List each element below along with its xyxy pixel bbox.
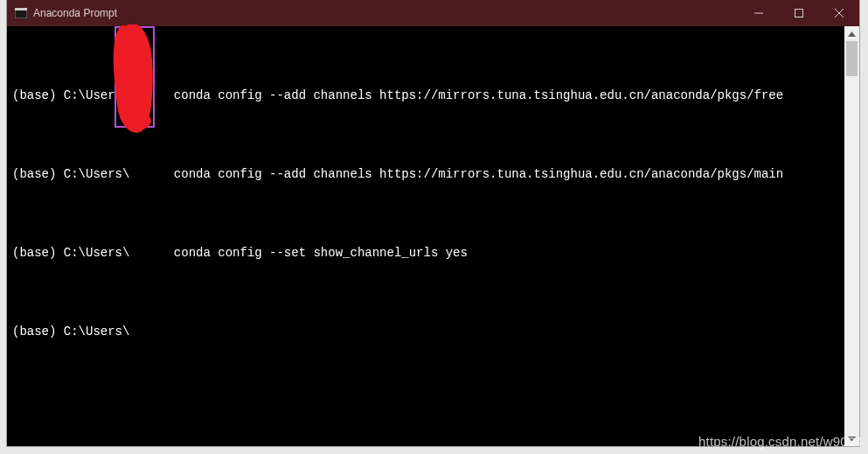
window-title: Anaconda Prompt — [33, 7, 117, 19]
close-button[interactable] — [819, 0, 859, 26]
prompt: (base) C:\Users\ — [12, 246, 129, 260]
scroll-up-button[interactable] — [844, 26, 859, 41]
terminal-line: (base) C:\Users\ conda config --add chan… — [12, 161, 839, 187]
scroll-thumb[interactable] — [846, 41, 858, 76]
scroll-down-button[interactable] — [844, 431, 859, 446]
vertical-scrollbar[interactable] — [844, 26, 859, 446]
command: conda config --set show_channel_urls yes — [174, 246, 468, 260]
terminal-output[interactable]: (base) C:\Users\ conda config --add chan… — [7, 26, 844, 446]
svg-rect-2 — [795, 10, 803, 17]
terminal-window: Anaconda Prompt (base) C:\Users\ conda c… — [7, 0, 859, 446]
titlebar[interactable]: Anaconda Prompt — [7, 0, 859, 26]
terminal-line: (base) C:\Users\ conda config --set show… — [12, 240, 839, 266]
minimize-button[interactable] — [739, 0, 779, 26]
scroll-track[interactable] — [844, 41, 859, 431]
command: conda config --add channels https://mirr… — [174, 88, 783, 102]
terminal-line: (base) C:\Users\ conda config --add chan… — [12, 82, 839, 108]
svg-rect-1 — [15, 8, 27, 10]
maximize-button[interactable] — [779, 0, 819, 26]
prompt: (base) C:\Users\ — [12, 88, 129, 102]
prompt: (base) C:\Users\ — [12, 167, 129, 181]
app-icon — [14, 6, 28, 20]
command: conda config --add channels https://mirr… — [174, 167, 783, 181]
prompt: (base) C:\Users\ — [12, 325, 129, 339]
client-area: (base) C:\Users\ conda config --add chan… — [7, 26, 859, 446]
terminal-line: (base) C:\Users\ — [12, 318, 839, 345]
